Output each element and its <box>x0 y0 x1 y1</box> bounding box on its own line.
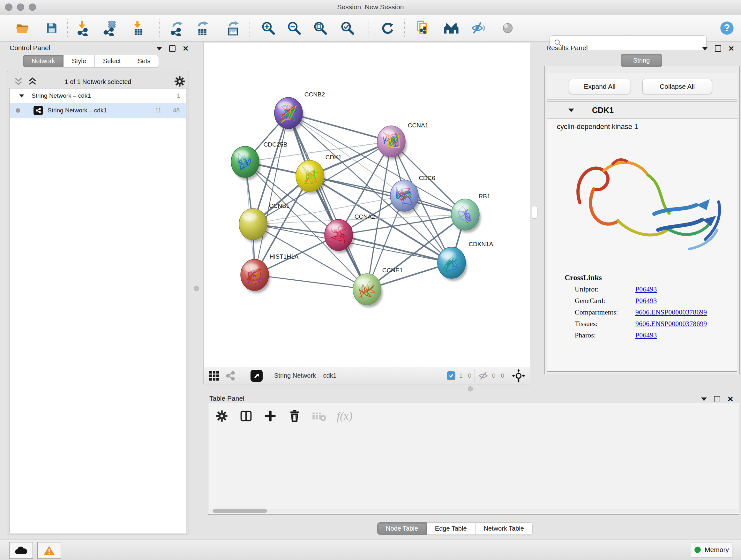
node-label: CCNA1 <box>408 122 428 129</box>
crosslink-value-link[interactable]: P06493 <box>635 285 657 294</box>
selected-checkbox-icon[interactable] <box>447 371 455 380</box>
entry-disclosure-icon[interactable] <box>568 109 574 112</box>
network-graph[interactable]: CCNB2CCNA1CDC25BCDK1CDC6RB1CCNB1CCNA2CDK… <box>204 43 530 367</box>
network-node-CCNA1[interactable]: CCNA1 <box>377 122 428 160</box>
tab-select[interactable]: Select <box>95 55 130 67</box>
export-network-button[interactable] <box>167 18 185 38</box>
crosslink-row: Uniprot:P06493 <box>575 285 737 294</box>
left-splitter-handle[interactable] <box>194 286 199 291</box>
network-canvas[interactable]: CCNB2CCNA1CDC25BCDK1CDC6RB1CCNB1CCNA2CDK… <box>203 42 530 368</box>
save-session-button[interactable] <box>43 18 61 38</box>
import-network-database-button[interactable] <box>101 18 119 38</box>
edge-CCNB2-HIST1H1A[interactable] <box>255 113 288 275</box>
node-label: CCNB1 <box>269 202 289 209</box>
refresh-view-button[interactable] <box>378 18 397 38</box>
entry-header[interactable]: CDK1 <box>547 102 737 119</box>
help-button[interactable]: ? <box>718 18 736 38</box>
export-image-button[interactable] <box>224 18 242 38</box>
node-label: CDK1 <box>326 154 342 161</box>
expand-all-button[interactable]: Expand All <box>569 79 630 94</box>
panel-menu-icon[interactable] <box>702 47 708 51</box>
panel-close-icon[interactable]: ✕ <box>728 46 734 51</box>
horizontal-scrollbar-thumb[interactable] <box>213 509 267 513</box>
bottom-splitter-handle[interactable] <box>468 386 473 391</box>
collapse-all-button[interactable]: Collapse All <box>643 79 712 94</box>
network-node-HIST1H1A[interactable]: HIST1H1A <box>241 253 299 293</box>
tree-disclosure-icon[interactable] <box>19 94 24 97</box>
tab-network-table[interactable]: Network Table <box>475 522 533 535</box>
birds-eye-grid-icon[interactable] <box>209 370 219 381</box>
tab-sets[interactable]: Sets <box>129 55 159 67</box>
import-table-file-button[interactable] <box>129 18 148 38</box>
panel-menu-icon[interactable] <box>156 47 162 51</box>
toolbar-separator <box>404 19 405 37</box>
crosslink-value-link[interactable]: P06493 <box>635 297 657 305</box>
panel-float-icon[interactable] <box>169 45 176 52</box>
zoom-in-icon <box>261 21 276 36</box>
add-column-icon[interactable] <box>263 409 277 423</box>
network-row-selected[interactable]: String Network – cdk1 11 48 <box>10 103 186 118</box>
network-collection-row[interactable]: String Network – cdk1 1 <box>10 88 186 103</box>
horizontal-scrollbar-track[interactable] <box>210 509 738 513</box>
crosslinks-heading: CrossLinks <box>564 273 737 282</box>
network-share-icon[interactable] <box>225 371 235 381</box>
tab-node-table[interactable]: Node Table <box>377 522 427 535</box>
export-table-icon <box>195 20 210 36</box>
function-builder-icon[interactable]: f(x) <box>337 409 353 423</box>
crosslink-value-link[interactable]: 9606.ENSP00000378699 <box>635 308 707 316</box>
network-options-gear-icon[interactable] <box>173 75 186 88</box>
open-in-window-icon[interactable] <box>251 370 263 382</box>
table-options-gear-icon[interactable] <box>215 409 229 423</box>
right-splitter-handle[interactable] <box>532 206 537 219</box>
tab-network[interactable]: Network <box>23 55 64 67</box>
network-edges[interactable] <box>245 113 465 289</box>
panel-float-icon[interactable] <box>714 396 720 402</box>
cloud-icon <box>15 546 27 555</box>
string-home-button[interactable] <box>442 18 461 38</box>
hide-glass-effect-button[interactable] <box>469 18 488 38</box>
network-node-RB1[interactable]: RB1 <box>451 193 490 233</box>
zoom-in-button[interactable] <box>259 18 278 38</box>
network-node-CDC6[interactable]: CDC6 <box>390 175 435 214</box>
fit-content-crosshair-icon[interactable] <box>512 369 525 382</box>
network-node-CDK1[interactable]: CDK1 <box>296 154 341 194</box>
show-columns-icon[interactable] <box>239 409 253 423</box>
hidden-ratio: 0 - 0 <box>492 372 504 379</box>
zoom-out-button[interactable] <box>285 18 304 38</box>
panel-close-icon[interactable]: ✕ <box>727 396 733 401</box>
tab-edge-table[interactable]: Edge Table <box>427 522 475 535</box>
panel-menu-icon[interactable] <box>701 397 707 401</box>
export-table-button[interactable] <box>193 18 212 38</box>
tab-string[interactable]: String <box>621 54 662 67</box>
crosslink-label: Uniprot: <box>575 285 635 294</box>
node-label: CDKN1A <box>468 241 493 247</box>
memory-button[interactable]: Memory <box>691 542 732 557</box>
edge-CCNE1-HIST1H1A[interactable] <box>255 275 367 289</box>
network-node-CCNB1[interactable]: CCNB1 <box>239 202 289 242</box>
crosslink-value-link[interactable]: 9606.ENSP00000378699 <box>635 320 707 328</box>
clone-network-button[interactable] <box>414 18 432 38</box>
delete-table-icon[interactable] <box>312 410 327 422</box>
cloud-status-button[interactable] <box>9 542 33 559</box>
network-node-CDKN1A[interactable]: CDKN1A <box>437 241 493 281</box>
warnings-button[interactable] <box>37 542 61 559</box>
open-session-button[interactable] <box>13 18 32 38</box>
edge-CCNB2-CCNE1[interactable] <box>288 113 367 289</box>
import-network-file-icon <box>76 20 90 36</box>
crosslink-value-link[interactable]: P06493 <box>635 331 657 339</box>
show-glass-effect-button[interactable] <box>498 18 517 38</box>
hidden-eye-slash-icon[interactable] <box>478 371 489 381</box>
panel-float-icon[interactable] <box>715 45 721 52</box>
network-node-CCNE1[interactable]: CCNE1 <box>353 267 403 307</box>
import-network-file-button[interactable] <box>74 18 92 38</box>
zoom-fit-button[interactable] <box>311 18 330 38</box>
tab-style[interactable]: Style <box>64 55 94 67</box>
network-node-CCNB2[interactable]: CCNB2 <box>274 91 325 131</box>
node-label: RB1 <box>479 193 490 199</box>
houses-icon <box>443 21 460 35</box>
delete-column-trash-icon[interactable] <box>287 409 301 423</box>
toolbar-separator <box>250 19 250 37</box>
zoom-selected-button[interactable] <box>338 18 357 38</box>
panel-close-icon[interactable]: ✕ <box>183 46 189 51</box>
table-panel-header-controls: ✕ <box>701 396 733 402</box>
